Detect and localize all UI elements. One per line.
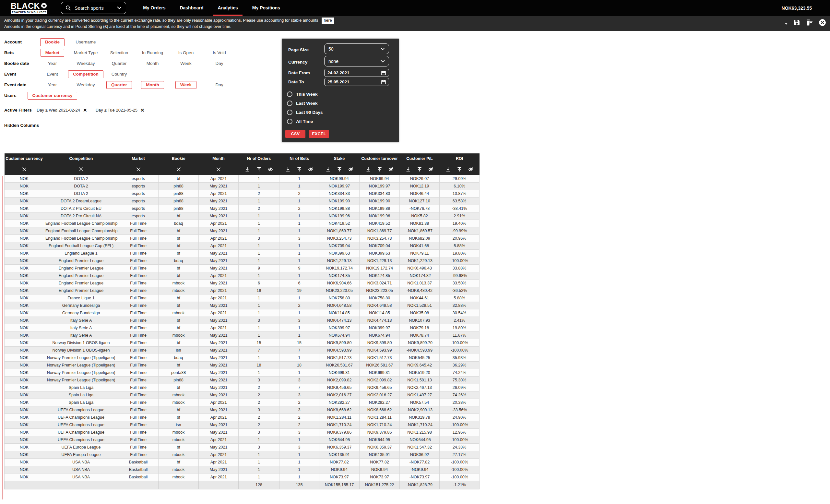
saved-view-select[interactable]: [745, 19, 788, 26]
table-cell: Apr 2021: [199, 242, 238, 249]
totals-cell: [4, 481, 44, 489]
hide-column-icon[interactable]: [428, 167, 434, 172]
date-to-input[interactable]: 25.05.2021: [324, 78, 389, 86]
filter-option-quarter[interactable]: Quarter: [106, 81, 132, 89]
filter-option-country[interactable]: Country: [111, 72, 127, 76]
currency-select[interactable]: none: [324, 56, 389, 66]
trash-icon[interactable]: [806, 19, 813, 26]
table-cell: 3: [280, 234, 319, 242]
filter-option-market-type[interactable]: Market Type: [73, 50, 98, 55]
page-size-select[interactable]: 50: [324, 43, 389, 54]
sort-descending-icon[interactable]: [245, 167, 250, 172]
table-cell: May 2021: [199, 339, 238, 346]
sort-ascending-icon[interactable]: [377, 167, 382, 172]
filter-option-year[interactable]: Year: [48, 83, 57, 87]
remove-filter-icon[interactable]: ✕: [140, 108, 145, 113]
sort-descending-icon[interactable]: [325, 167, 331, 172]
clear-filter-icon[interactable]: [22, 167, 27, 172]
notice-strip: Amounts in your trading currency are con…: [0, 16, 830, 31]
filter-option-weekday[interactable]: Weekday: [76, 61, 95, 66]
excel-export-button[interactable]: EXCEL: [309, 130, 329, 138]
filter-option-bookie[interactable]: Bookie: [40, 38, 65, 46]
radio-last-week[interactable]: Last Week: [287, 100, 318, 106]
clear-filter-icon[interactable]: [216, 167, 221, 172]
close-icon[interactable]: [819, 19, 826, 26]
table-cell: Full Time: [118, 242, 159, 249]
csv-export-button[interactable]: CSV: [285, 130, 306, 138]
top-navigation-bar: BLACK POWERED BY MOLLYBET Search sports …: [0, 0, 830, 16]
sort-descending-icon[interactable]: [445, 167, 451, 172]
filter-option-customer-currency[interactable]: Customer currency: [28, 92, 77, 100]
filter-option-in-running[interactable]: In Running: [142, 50, 163, 55]
radio-this-week[interactable]: This Week: [287, 91, 318, 97]
nav-item-my-orders[interactable]: My Orders: [136, 0, 172, 16]
table-cell: 3: [280, 429, 319, 436]
search-sports-input[interactable]: Search sports: [61, 2, 126, 14]
table-cell: NOK8,668.62: [359, 406, 400, 413]
filter-option-month[interactable]: Month: [147, 61, 159, 66]
filter-option-month[interactable]: Month: [141, 81, 164, 89]
filter-option-username[interactable]: Username: [75, 39, 96, 44]
column-header-bookie: Bookie: [159, 153, 199, 164]
table-cell: Full Time: [118, 317, 159, 324]
filter-option-day[interactable]: Day: [215, 83, 223, 87]
filter-option-is-open[interactable]: Is Open: [178, 50, 194, 55]
soccer-ball-icon: [41, 3, 47, 9]
nav-item-my-positions[interactable]: My Positions: [245, 0, 287, 16]
filter-option-year[interactable]: Year: [48, 61, 57, 66]
sort-ascending-icon[interactable]: [337, 167, 342, 172]
filter-option-competition[interactable]: Competition: [68, 70, 103, 78]
filter-option-day[interactable]: Day: [215, 61, 223, 66]
filter-option-week[interactable]: Week: [180, 61, 191, 66]
radio-all-time[interactable]: All Time: [287, 119, 313, 124]
filter-option-week[interactable]: Week: [175, 81, 196, 89]
sort-ascending-icon[interactable]: [457, 167, 462, 172]
filter-option-weekday[interactable]: Weekday: [76, 83, 95, 87]
radio-label: Last Week: [296, 101, 318, 106]
filter-option-quarter[interactable]: Quarter: [112, 61, 127, 66]
sort-descending-icon[interactable]: [366, 167, 371, 172]
totals-cell: 128: [238, 481, 280, 489]
filter-option-event[interactable]: Event: [47, 72, 58, 76]
table-cell: May 2021: [199, 361, 238, 369]
page-size-value: 50: [328, 46, 333, 52]
radio-last-90-days[interactable]: Last 90 Days: [287, 109, 323, 115]
table-row: NOKItaly Serie AFull TimebfApr 202111NOK…: [4, 324, 480, 332]
remove-filter-icon[interactable]: ✕: [83, 108, 87, 113]
hide-column-icon[interactable]: [388, 167, 393, 172]
table-row: NOKUEFA Europa LeagueFull TimembookApr 2…: [4, 451, 480, 458]
hide-column-icon[interactable]: [348, 167, 353, 172]
radio-circle-icon: [287, 100, 292, 106]
hide-column-icon[interactable]: [268, 167, 273, 172]
sort-ascending-icon[interactable]: [417, 167, 422, 172]
table-cell: UEFA Champions League: [44, 429, 118, 436]
sort-ascending-icon[interactable]: [297, 167, 302, 172]
sort-descending-icon[interactable]: [406, 167, 411, 172]
clear-filter-icon[interactable]: [78, 167, 84, 172]
table-cell: UEFA Europa League: [44, 451, 118, 458]
filter-option-is-void[interactable]: Is Void: [213, 50, 226, 55]
sort-descending-icon[interactable]: [285, 167, 290, 172]
hide-column-icon[interactable]: [308, 167, 313, 172]
sort-ascending-icon[interactable]: [256, 167, 262, 172]
table-cell: England Premier League: [44, 287, 118, 294]
table-cell: -100.00%: [440, 458, 480, 466]
table-cell: NOK199.88: [319, 204, 359, 212]
clear-filter-icon[interactable]: [136, 167, 141, 172]
filter-option-selection[interactable]: Selection: [110, 50, 128, 55]
date-from-input[interactable]: 24.02.2021: [324, 69, 389, 77]
filter-option-market[interactable]: Market: [40, 49, 65, 57]
nav-item-dashboard[interactable]: Dashboard: [172, 0, 211, 16]
clear-filter-icon[interactable]: [176, 167, 181, 172]
nav-item-analytics[interactable]: Analytics: [211, 0, 245, 16]
column-header-nr-of-bets: Nr of Bets: [280, 153, 319, 164]
table-cell: Norway Premier League (Tippeligaen): [44, 369, 118, 376]
calendar-icon[interactable]: [381, 80, 386, 84]
here-link[interactable]: here: [322, 18, 334, 24]
table-row: NOKEngland Football League Cup (EFL)Full…: [4, 242, 480, 249]
calendar-icon[interactable]: [381, 71, 386, 75]
table-cell: NOK1,517.73: [359, 354, 400, 361]
table-cell: May 2021: [199, 384, 238, 391]
hide-column-icon[interactable]: [468, 167, 473, 172]
save-icon[interactable]: [793, 19, 800, 26]
